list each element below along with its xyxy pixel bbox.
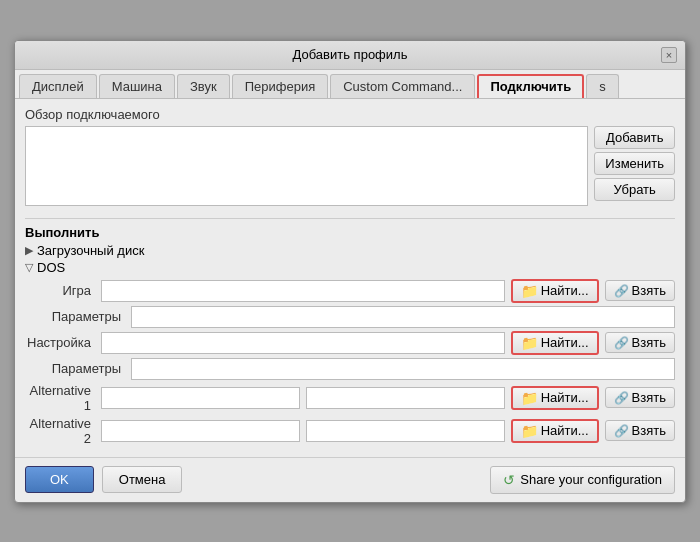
link-icon-2: 🔗 [614, 336, 629, 350]
link-icon-4: 🔗 [614, 424, 629, 438]
title-bar: Добавить профиль × [15, 41, 685, 70]
alt2-vzyat-button[interactable]: 🔗 Взять [605, 420, 675, 441]
link-icon-1: 🔗 [614, 284, 629, 298]
alt2-row: Alternative 2 📁 Найти... 🔗 Взять [25, 416, 675, 446]
game-find-label: Найти... [541, 283, 589, 298]
game-vzyat-label: Взять [632, 283, 666, 298]
overview-buttons: Добавить Изменить Убрать [594, 126, 675, 210]
link-icon-3: 🔗 [614, 391, 629, 405]
edit-button[interactable]: Изменить [594, 152, 675, 175]
folder-icon-2: 📁 [521, 335, 538, 351]
game-params-input[interactable] [131, 306, 675, 328]
cancel-button[interactable]: Отмена [102, 466, 183, 493]
alt1-find-label: Найти... [541, 390, 589, 405]
dos-item[interactable]: ▽ DOS [25, 259, 675, 276]
folder-icon: 📁 [521, 283, 538, 299]
game-params-label: Параметры [25, 309, 125, 324]
window-title: Добавить профиль [39, 47, 661, 62]
nastroika-vzyat-button[interactable]: 🔗 Взять [605, 332, 675, 353]
alt2-find-button[interactable]: 📁 Найти... [511, 419, 599, 443]
execute-label: Выполнить [25, 225, 675, 240]
nastroika-find-label: Найти... [541, 335, 589, 350]
game-label: Игра [25, 283, 95, 298]
nastroika-params-label: Параметры [25, 361, 125, 376]
alt2-find-label: Найти... [541, 423, 589, 438]
ok-button[interactable]: OK [25, 466, 94, 493]
boot-disk-item[interactable]: ▶ Загрузочный диск [25, 242, 675, 259]
tab-periferiya[interactable]: Периферия [232, 74, 329, 98]
game-row: Игра 📁 Найти... 🔗 Взять [25, 279, 675, 303]
execute-section: Выполнить ▶ Загрузочный диск ▽ DOS Игра … [25, 218, 675, 446]
game-input[interactable] [101, 280, 505, 302]
tab-extra[interactable]: s [586, 74, 619, 98]
alt2-vzyat-label: Взять [632, 423, 666, 438]
overview-section-label: Обзор подключаемого [25, 107, 675, 122]
remove-button[interactable]: Убрать [594, 178, 675, 201]
alt1-row: Alternative 1 📁 Найти... 🔗 Взять [25, 383, 675, 413]
boot-disk-arrow: ▶ [25, 244, 33, 257]
bottom-bar: OK Отмена ↺ Share your configuration [15, 457, 685, 502]
alt1-vzyat-label: Взять [632, 390, 666, 405]
content-area: Обзор подключаемого Добавить Изменить Уб… [15, 99, 685, 457]
overview-box [25, 126, 588, 206]
alt1-label: Alternative 1 [25, 383, 95, 413]
tab-bar: Дисплей Машина Звук Периферия Custom Com… [15, 70, 685, 99]
share-label: Share your configuration [520, 472, 662, 487]
nastroika-vzyat-label: Взять [632, 335, 666, 350]
game-params-row: Параметры [25, 306, 675, 328]
close-button[interactable]: × [661, 47, 677, 63]
alt2-input1[interactable] [101, 420, 300, 442]
folder-icon-3: 📁 [521, 390, 538, 406]
alt2-input2[interactable] [306, 420, 505, 442]
alt2-label: Alternative 2 [25, 416, 95, 446]
share-button[interactable]: ↺ Share your configuration [490, 466, 675, 494]
game-find-button[interactable]: 📁 Найти... [511, 279, 599, 303]
tab-machine[interactable]: Машина [99, 74, 175, 98]
nastroika-row: Настройка 📁 Найти... 🔗 Взять [25, 331, 675, 355]
alt1-find-button[interactable]: 📁 Найти... [511, 386, 599, 410]
tab-connect[interactable]: Подключить [477, 74, 584, 98]
dos-label: DOS [37, 260, 65, 275]
game-vzyat-button[interactable]: 🔗 Взять [605, 280, 675, 301]
main-window: Добавить профиль × Дисплей Машина Звук П… [14, 40, 686, 503]
alt1-input1[interactable] [101, 387, 300, 409]
dos-arrow: ▽ [25, 261, 33, 274]
tab-display[interactable]: Дисплей [19, 74, 97, 98]
share-icon: ↺ [503, 472, 515, 488]
overview-row: Добавить Изменить Убрать [25, 126, 675, 210]
boot-disk-label: Загрузочный диск [37, 243, 144, 258]
folder-icon-4: 📁 [521, 423, 538, 439]
nastroika-label: Настройка [25, 335, 95, 350]
nastroika-find-button[interactable]: 📁 Найти... [511, 331, 599, 355]
alt1-vzyat-button[interactable]: 🔗 Взять [605, 387, 675, 408]
nastroika-params-row: Параметры [25, 358, 675, 380]
nastroika-input[interactable] [101, 332, 505, 354]
nastroika-params-input[interactable] [131, 358, 675, 380]
add-button[interactable]: Добавить [594, 126, 675, 149]
alt1-input2[interactable] [306, 387, 505, 409]
tab-custom[interactable]: Custom Command... [330, 74, 475, 98]
tab-sound[interactable]: Звук [177, 74, 230, 98]
